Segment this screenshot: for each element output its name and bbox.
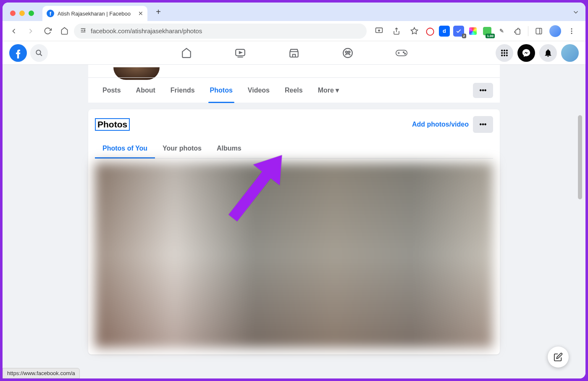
nav-watch[interactable] xyxy=(215,41,265,65)
new-tab-button[interactable]: + xyxy=(152,6,164,18)
extension-opera[interactable]: ◯ xyxy=(425,26,436,37)
nav-home[interactable] xyxy=(161,41,212,65)
svg-point-10 xyxy=(571,28,572,29)
svg-point-25 xyxy=(404,53,406,54)
chrome-menu-icon[interactable] xyxy=(564,24,579,38)
extension-todoist[interactable]: 2 xyxy=(453,26,464,37)
svg-point-12 xyxy=(571,32,572,34)
menu-grid-button[interactable] xyxy=(496,44,513,62)
close-tab-icon[interactable]: ✕ xyxy=(138,10,143,17)
svg-point-31 xyxy=(506,52,508,53)
status-bar: https://www.facebook.com/a xyxy=(3,368,80,378)
svg-point-13 xyxy=(36,50,41,55)
svg-point-18 xyxy=(343,48,352,58)
home-button[interactable] xyxy=(57,24,71,38)
url-text: facebook.com/atishrajasekharan/photos xyxy=(91,27,202,34)
photo-grid-blurred xyxy=(95,163,493,348)
svg-point-26 xyxy=(501,50,503,51)
svg-marker-7 xyxy=(411,28,417,34)
compose-fab[interactable] xyxy=(548,347,569,368)
photos-card: Photos Add photos/video ••• Photos of Yo… xyxy=(88,109,500,355)
subtab-albums[interactable]: Albums xyxy=(209,139,249,158)
maximize-window[interactable] xyxy=(29,11,34,16)
extension-pixel[interactable] xyxy=(467,26,478,37)
subtab-photos-of-you[interactable]: Photos of You xyxy=(95,139,155,158)
svg-point-28 xyxy=(506,50,508,51)
profile-picture-slice xyxy=(88,65,500,77)
forward-button[interactable] xyxy=(24,24,38,38)
extension-quill[interactable]: ✎ xyxy=(496,26,507,37)
search-button[interactable] xyxy=(30,44,48,62)
svg-point-24 xyxy=(403,52,404,53)
back-button[interactable] xyxy=(7,24,21,38)
nav-gaming[interactable] xyxy=(376,41,427,65)
photos-title: Photos xyxy=(95,118,130,131)
svg-rect-8 xyxy=(536,28,542,34)
tab-reels[interactable]: Reels xyxy=(277,78,310,103)
nav-marketplace[interactable] xyxy=(269,41,319,65)
tab-posts[interactable]: Posts xyxy=(95,78,129,103)
tabs-dropdown-icon[interactable] xyxy=(572,8,580,18)
reload-button[interactable] xyxy=(40,24,55,38)
close-window[interactable] xyxy=(10,11,16,16)
notifications-button[interactable] xyxy=(539,44,557,62)
separator xyxy=(528,26,528,36)
facebook-header xyxy=(3,41,585,65)
browser-tab[interactable]: f Atish Rajasekharan | Faceboo ✕ xyxy=(42,6,147,21)
nav-groups[interactable] xyxy=(323,41,373,65)
add-photos-button[interactable]: Add photos/video xyxy=(412,121,469,128)
svg-point-34 xyxy=(506,54,508,56)
tab-videos[interactable]: Videos xyxy=(240,78,277,103)
svg-marker-16 xyxy=(239,51,242,53)
share-icon[interactable] xyxy=(389,24,404,38)
svg-point-30 xyxy=(504,52,505,53)
svg-line-14 xyxy=(40,54,42,56)
tab-friends[interactable]: Friends xyxy=(163,78,202,103)
photos-menu-button[interactable]: ••• xyxy=(473,116,493,133)
chevron-down-icon: ▾ xyxy=(336,86,339,94)
facebook-logo[interactable] xyxy=(9,44,27,62)
svg-point-27 xyxy=(504,50,505,51)
site-settings-icon[interactable] xyxy=(80,27,87,35)
profile-avatar[interactable] xyxy=(549,25,561,37)
svg-point-29 xyxy=(501,52,503,53)
page-content: Posts About Friends Photos Videos Reels … xyxy=(3,65,585,378)
subtab-your-photos[interactable]: Your photos xyxy=(155,139,209,158)
extension-green[interactable]: 1.00 xyxy=(482,26,493,37)
extensions-icon[interactable] xyxy=(510,24,525,38)
tab-photos[interactable]: Photos xyxy=(202,78,240,103)
bookmark-icon[interactable] xyxy=(407,24,421,38)
minimize-window[interactable] xyxy=(19,11,25,16)
svg-point-32 xyxy=(501,54,503,56)
extension-blue[interactable]: d xyxy=(439,26,450,37)
tab-title: Atish Rajasekharan | Faceboo xyxy=(58,11,135,17)
sidepanel-icon[interactable] xyxy=(532,24,546,38)
tab-more[interactable]: More ▾ xyxy=(310,78,346,103)
window-controls xyxy=(7,11,37,21)
svg-point-2 xyxy=(84,30,85,31)
svg-point-20 xyxy=(348,51,350,53)
svg-point-19 xyxy=(346,51,347,53)
profile-tabs: Posts About Friends Photos Videos Reels … xyxy=(88,77,500,103)
messenger-button[interactable] xyxy=(517,44,535,62)
browser-toolbar: facebook.com/atishrajasekharan/photos ◯ … xyxy=(3,21,585,41)
photos-subtabs: Photos of You Your photos Albums xyxy=(95,139,493,159)
facebook-favicon: f xyxy=(47,10,54,17)
install-app-icon[interactable] xyxy=(372,24,386,38)
profile-menu-button[interactable]: ••• xyxy=(473,83,493,98)
account-avatar[interactable] xyxy=(561,44,579,62)
address-bar[interactable]: facebook.com/atishrajasekharan/photos xyxy=(74,24,367,39)
scrollbar[interactable] xyxy=(578,115,582,199)
browser-tabbar: f Atish Rajasekharan | Faceboo ✕ + xyxy=(3,3,585,21)
tab-about[interactable]: About xyxy=(129,78,163,103)
svg-point-11 xyxy=(571,30,572,32)
svg-point-33 xyxy=(504,54,505,56)
